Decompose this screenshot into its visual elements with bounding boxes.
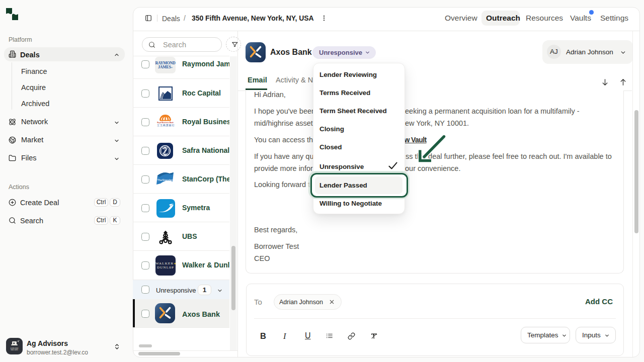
svg-text:MAGICIANS: MAGICIANS: [11, 349, 18, 351]
svg-text:TheStandard: TheStandard: [157, 178, 174, 182]
